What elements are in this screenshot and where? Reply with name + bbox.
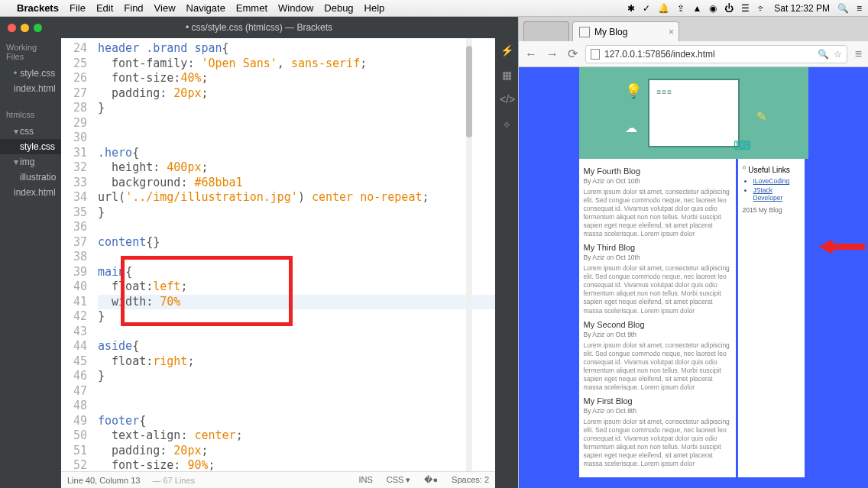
chrome-menu-icon[interactable]: ≡	[853, 47, 863, 61]
insert-mode[interactable]: INS	[358, 475, 372, 485]
hero-illustration	[648, 79, 740, 147]
bulb-icon: 💡	[625, 82, 642, 99]
menu-view[interactable]: View	[154, 2, 176, 14]
code-line[interactable]: header .brand span{	[98, 41, 495, 57]
wifi-icon[interactable]: ☰	[741, 3, 750, 14]
code-line[interactable]: width: 70%	[98, 295, 495, 310]
window-zoom-icon[interactable]	[34, 24, 42, 32]
code-line[interactable]	[98, 325, 495, 340]
code-line[interactable]: float:right;	[98, 354, 495, 370]
live-preview-icon[interactable]: ⚡	[500, 44, 513, 58]
code-line[interactable]: font-size:40%;	[98, 71, 495, 86]
zoom-icon[interactable]: 🔍	[818, 49, 829, 60]
code-line[interactable]	[98, 131, 495, 146]
code-line[interactable]: font-family: 'Open Sans', sans-serif;	[98, 57, 495, 72]
code-line[interactable]: padding: 20px;	[98, 86, 495, 102]
code-line[interactable]: }	[98, 101, 495, 116]
tray-icon[interactable]: ◉	[709, 3, 717, 14]
extension-icon[interactable]: </>	[500, 93, 513, 107]
tree-file[interactable]: style.css	[0, 139, 61, 154]
menu-debug[interactable]: Debug	[324, 2, 353, 14]
tray-icon[interactable]: ✓	[643, 3, 650, 14]
code-line[interactable]: height: 400px;	[98, 160, 495, 176]
menu-edit[interactable]: Edit	[96, 2, 113, 14]
cursor-position: Line 40, Column 13	[67, 476, 140, 485]
menu-file[interactable]: File	[70, 2, 86, 14]
code-line[interactable]: background: #68bba1	[98, 176, 495, 191]
browser-tab[interactable]	[523, 21, 569, 41]
browser-toolbar: ← → ⟳ 127.0.0.1:57856/index.html 🔍 ☆ ≡	[519, 41, 868, 67]
brackets-sidebar: Working Files style.css index.html htmlc…	[0, 38, 61, 488]
address-bar[interactable]: 127.0.0.1:57856/index.html 🔍 ☆	[585, 45, 847, 63]
reload-button[interactable]: ⟳	[566, 47, 579, 61]
bookmark-icon[interactable]: ☆	[834, 49, 842, 60]
scrollbar-thumb[interactable]	[466, 46, 472, 137]
code-line[interactable]: padding: 20px;	[98, 444, 495, 459]
project-label[interactable]: htmlcss	[0, 105, 61, 124]
close-tab-icon[interactable]: ×	[669, 27, 674, 37]
post-body: Lorem ipsum dolor sit amet, consectetur …	[584, 188, 731, 238]
code-line[interactable]: url('../img/illustration.jpg') center no…	[98, 190, 495, 205]
encoding[interactable]: �●	[424, 475, 438, 485]
code-line[interactable]	[98, 384, 495, 399]
tray-icon[interactable]: 🔔	[658, 3, 669, 14]
menu-emmet[interactable]: Emmet	[236, 2, 267, 14]
code-line[interactable]: aside{	[98, 339, 495, 354]
back-button[interactable]: ←	[523, 47, 539, 61]
code-line[interactable]	[98, 220, 495, 235]
page-viewport[interactable]: 💡 ☁ ✎ ⌨ My Fourth BlogBy Aziz on Oct 10t…	[519, 67, 868, 488]
spotlight-icon[interactable]: 🔍	[837, 3, 849, 14]
working-file[interactable]: style.css	[0, 66, 61, 81]
code-line[interactable]: footer{	[98, 414, 495, 429]
tree-folder[interactable]: ▾css	[0, 124, 61, 139]
pencil-icon: ✎	[756, 109, 766, 124]
indent-setting[interactable]: Spaces: 2	[452, 475, 489, 485]
code-line[interactable]: }	[98, 369, 495, 384]
tree-file[interactable]: index.html	[0, 185, 61, 200]
window-close-icon[interactable]	[8, 24, 16, 32]
code-area[interactable]: header .brand span{ font-family: 'Open S…	[92, 38, 495, 471]
browser-tab-active[interactable]: My Blog ×	[572, 21, 679, 41]
menu-help[interactable]: Help	[364, 2, 385, 14]
code-line[interactable]	[98, 399, 495, 414]
post-title: My First Blog	[584, 396, 731, 406]
forward-button[interactable]: →	[545, 47, 560, 61]
clock[interactable]: Sat 12:32 PM	[774, 3, 830, 14]
code-line[interactable]: font-size: 90%;	[98, 458, 495, 471]
code-line[interactable]	[98, 250, 495, 265]
working-file[interactable]: index.html	[0, 81, 61, 96]
extension-icon[interactable]: ▦	[500, 69, 513, 82]
code-line[interactable]	[98, 116, 495, 131]
notifications-icon[interactable]: ≡	[857, 3, 862, 14]
tray-icon[interactable]: ⏻	[724, 3, 734, 14]
post-title: My Fourth Blog	[584, 166, 731, 176]
code-line[interactable]: float:left;	[98, 280, 495, 295]
post-title: My Second Blog	[584, 320, 731, 329]
tree-folder[interactable]: ▾img	[0, 154, 61, 170]
menu-navigate[interactable]: Navigate	[186, 2, 225, 14]
tray-icon[interactable]: ✱	[627, 3, 635, 14]
app-name[interactable]: Brackets	[17, 2, 59, 14]
aside-link[interactable]: ILoveCoding	[753, 177, 800, 185]
menu-find[interactable]: Find	[124, 2, 143, 14]
menu-window[interactable]: Window	[278, 2, 313, 14]
status-bar: Line 40, Column 13 — 67 Lines INS CSS ▾ …	[61, 471, 495, 488]
language-mode[interactable]: CSS ▾	[387, 475, 411, 485]
tab-title: My Blog	[594, 27, 627, 37]
blog-main-column: My Fourth BlogBy Aziz on Oct 10thLorem i…	[579, 159, 736, 477]
code-line[interactable]: }	[98, 309, 495, 325]
code-line[interactable]: main{	[98, 265, 495, 280]
vertical-scrollbar[interactable]	[466, 38, 472, 471]
extension-icon[interactable]: ⟐	[500, 118, 513, 131]
code-line[interactable]: .hero{	[98, 146, 495, 161]
tree-file[interactable]: illustratio	[0, 170, 61, 185]
code-line[interactable]: }	[98, 205, 495, 221]
code-line[interactable]: content{}	[98, 235, 495, 250]
tray-icon[interactable]: ⇪	[677, 3, 685, 14]
code-line[interactable]: text-align: center;	[98, 428, 495, 444]
wifi-icon[interactable]: ᯤ	[757, 3, 766, 14]
aside-link[interactable]: JStack Developer	[753, 186, 800, 202]
window-minimize-icon[interactable]	[21, 24, 29, 32]
tray-icon[interactable]: ▲	[692, 3, 701, 14]
code-editor[interactable]: 2425262728293031323334353637383940414243…	[61, 38, 495, 471]
